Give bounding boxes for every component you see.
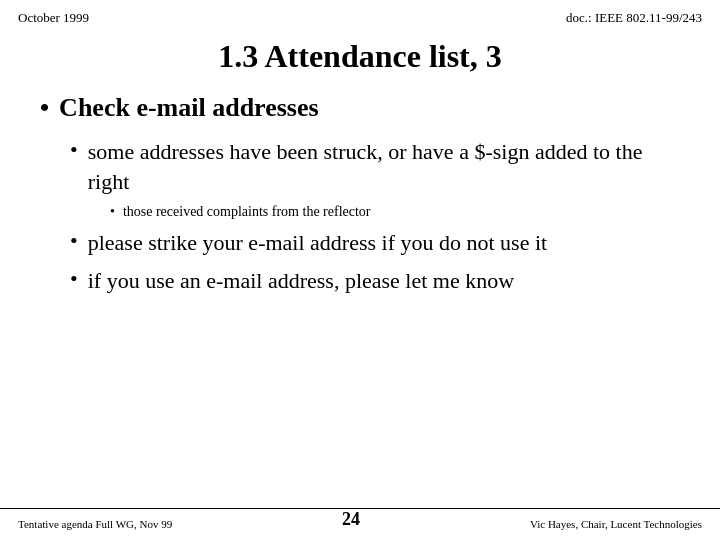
sub-sub-bullet-1: • those received complaints from the ref… [110, 204, 680, 220]
main-bullet-text: Check e-mail addresses [59, 93, 319, 123]
sub-bullet-2: • please strike your e-mail address if y… [70, 228, 680, 258]
footer-right: Vic Hayes, Chair, Lucent Technologies [530, 518, 702, 530]
sub-sub-section-1: • those received complaints from the ref… [110, 204, 680, 220]
sub-bullet-1: • some addresses have been struck, or ha… [70, 137, 680, 196]
main-bullet-item: • Check e-mail addresses [40, 93, 680, 123]
sub-sub-bullet-1-dot: • [110, 204, 115, 220]
content-area: • Check e-mail addresses • some addresse… [0, 93, 720, 296]
page-header: October 1999 doc.: IEEE 802.11-99/243 [0, 0, 720, 30]
footer-left: Tentative agenda Full WG, Nov 99 [18, 518, 172, 530]
sub-bullet-3-dot: • [70, 266, 78, 292]
sub-bullet-3: • if you use an e-mail address, please l… [70, 266, 680, 296]
header-date: October 1999 [18, 10, 89, 26]
header-doc: doc.: IEEE 802.11-99/243 [566, 10, 702, 26]
main-bullet-dot: • [40, 93, 49, 123]
footer-page-number: 24 [342, 509, 360, 530]
sub-bullet-2-dot: • [70, 228, 78, 254]
sub-bullets-section: • some addresses have been struck, or ha… [70, 137, 680, 296]
sub-bullet-1-dot: • [70, 137, 78, 163]
page-footer: Tentative agenda Full WG, Nov 99 24 Vic … [0, 508, 720, 530]
sub-bullet-3-text: if you use an e-mail address, please let… [88, 266, 514, 296]
sub-bullet-2-text: please strike your e-mail address if you… [88, 228, 547, 258]
page-title: 1.3 Attendance list, 3 [40, 38, 680, 75]
sub-sub-bullet-1-text: those received complaints from the refle… [123, 204, 371, 220]
sub-bullet-1-text: some addresses have been struck, or have… [88, 137, 680, 196]
